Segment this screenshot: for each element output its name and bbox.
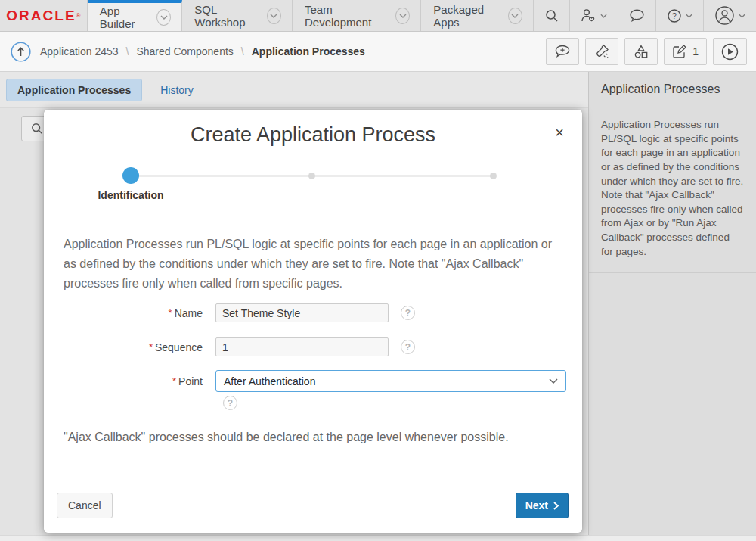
breadcrumb-separator: \ [126, 45, 129, 58]
field-row-name: *Name ? [44, 303, 415, 322]
breadcrumb-bar: Application 2453 \ Shared Components \ A… [0, 32, 756, 72]
nav-tab-app-builder[interactable]: App Builder [88, 0, 182, 31]
sequence-label: *Sequence [44, 341, 203, 353]
play-circle-icon [721, 43, 739, 61]
required-marker: * [172, 375, 176, 387]
comment-plus-icon [554, 45, 571, 58]
point-select[interactable]: After Authentication [215, 370, 566, 392]
nav-tab-sql-workshop[interactable]: SQL Workshop [182, 0, 293, 31]
tab-application-processes[interactable]: Application Processes [6, 79, 142, 101]
shared-components-button[interactable] [624, 38, 658, 65]
shapes-icon [634, 44, 649, 59]
field-row-point: *Point After Authentication [44, 370, 566, 392]
chevron-down-icon [395, 8, 410, 24]
field-row-sequence: *Sequence ? [44, 337, 415, 356]
breadcrumb-separator: \ [241, 45, 244, 58]
close-icon[interactable]: × [555, 125, 564, 140]
svg-text:?: ? [672, 11, 677, 20]
breadcrumb-toolbar: 1 [546, 38, 747, 65]
help-sidebar-text: Application Processes run PL/SQL logic a… [589, 107, 756, 273]
edit-pencil-icon [672, 44, 687, 59]
wizard-step-label: Identification [78, 189, 184, 201]
add-comment-button[interactable] [546, 38, 579, 65]
header-account-menu[interactable] [703, 0, 756, 31]
tab-history[interactable]: History [160, 84, 194, 96]
user-avatar-icon [714, 5, 735, 26]
top-header-bar: ORACLE® App Builder SQL Workshop Team De… [0, 0, 756, 32]
dialog-title: Create Application Process [44, 123, 582, 147]
help-sidebar-title: Application Processes [589, 72, 756, 107]
chevron-right-icon [553, 502, 559, 510]
point-help-icon[interactable]: ? [223, 396, 237, 410]
chevron-down-icon [600, 14, 607, 18]
required-marker: * [169, 307, 172, 319]
magnifier-icon [31, 123, 43, 135]
help-sidebar: Application Processes Application Proces… [588, 72, 756, 535]
breadcrumb-item-shared-components[interactable]: Shared Components [136, 45, 233, 58]
chevron-down-icon [267, 8, 281, 24]
spotlight-search-button[interactable] [585, 38, 618, 65]
search-icon [545, 9, 559, 23]
region-tabs: Application Processes History [0, 72, 588, 107]
chevron-down-icon [686, 14, 692, 18]
edit-page-button[interactable]: 1 [664, 38, 707, 65]
dialog-description: Application Processes run PL/SQL logic a… [64, 235, 565, 294]
help-question-icon: ? [667, 8, 682, 23]
nav-tab-team-development[interactable]: Team Development [293, 0, 421, 31]
wizard-step-2 [308, 173, 315, 179]
next-button-label: Next [525, 499, 548, 511]
chat-bubble-icon [629, 8, 645, 23]
chevron-down-icon [739, 14, 745, 18]
nav-tab-label: SQL Workshop [194, 3, 260, 29]
breadcrumb-item-current: Application Processes [252, 45, 365, 58]
chevron-down-icon [508, 8, 522, 24]
run-application-button[interactable] [713, 38, 747, 65]
flashlight-icon [594, 44, 609, 59]
create-application-process-dialog: Create Application Process × Identificat… [44, 110, 582, 533]
registered-mark: ® [76, 12, 81, 19]
sequence-help-icon[interactable]: ? [401, 340, 415, 354]
sequence-input[interactable] [215, 337, 389, 356]
nav-tab-label: Team Development [305, 3, 389, 29]
point-select-value: After Authentication [224, 375, 315, 387]
name-input[interactable] [215, 303, 389, 322]
oracle-logo-text: ORACLE [6, 8, 76, 24]
dialog-note: "Ajax Callback" processes should be decl… [64, 431, 565, 444]
wizard-step-current [122, 167, 139, 184]
name-help-icon[interactable]: ? [401, 306, 415, 320]
wizard-step-3 [490, 173, 497, 179]
oracle-logo[interactable]: ORACLE® [0, 0, 88, 31]
point-label: *Point [44, 375, 203, 387]
cancel-button[interactable]: Cancel [57, 493, 113, 518]
header-help-menu[interactable]: ? [655, 0, 703, 31]
name-label: *Name [44, 307, 203, 319]
breadcrumb-item-application[interactable]: Application 2453 [40, 45, 119, 58]
page-footer-strip [0, 535, 756, 541]
header-admin-menu[interactable] [569, 0, 618, 31]
next-button[interactable]: Next [516, 493, 569, 518]
required-marker: * [149, 341, 153, 353]
admin-user-heart-icon [581, 8, 596, 23]
up-level-icon[interactable] [11, 42, 31, 62]
nav-tab-label: Packaged Apps [433, 3, 500, 29]
edit-page-number: 1 [692, 45, 699, 58]
header-search-button[interactable] [534, 0, 569, 31]
chevron-down-icon [549, 378, 558, 384]
nav-tab-packaged-apps[interactable]: Packaged Apps [421, 0, 534, 31]
nav-tab-label: App Builder [100, 5, 150, 30]
header-feedback-button[interactable] [618, 0, 655, 31]
chevron-down-icon [156, 9, 171, 26]
